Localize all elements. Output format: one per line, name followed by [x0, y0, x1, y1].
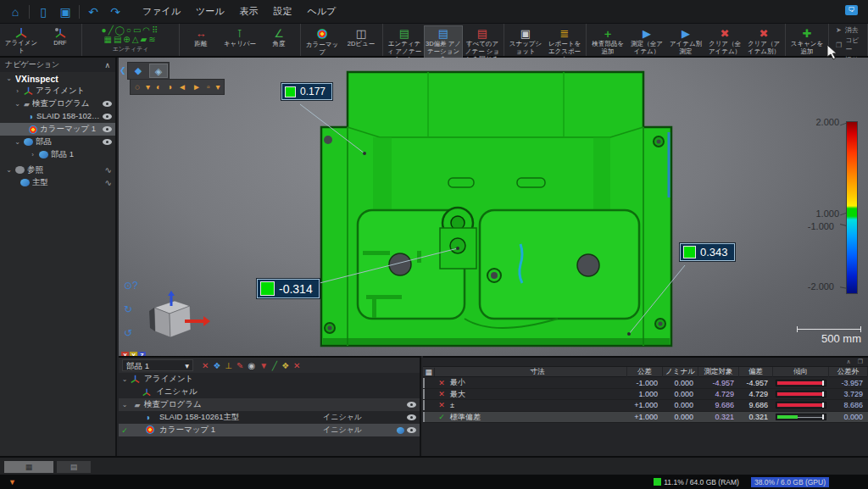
bp-item-colormap[interactable]: ✓ カラーマップ 1 イニシャル: [119, 424, 420, 436]
menu-tools[interactable]: ツール: [196, 5, 225, 18]
col-tolerance[interactable]: 公差: [627, 367, 663, 377]
mouse-help-icon[interactable]: ⊙?: [124, 280, 138, 292]
chevron-right-icon[interactable]: ›: [29, 151, 36, 158]
select-back-button[interactable]: ◄: [176, 81, 188, 93]
layout-list-button[interactable]: ▦: [4, 461, 53, 473]
caliper-button[interactable]: ⊺ キャリパー: [220, 25, 259, 48]
clear-item-button[interactable]: ✖ クリア（アイテム別）: [744, 25, 783, 56]
entity-palette[interactable]: ●╱◯○▭◠⠿ ▦▤⊕△▰≋ エンティティ: [84, 25, 177, 53]
collapse-icon[interactable]: ∧: [104, 61, 110, 69]
redo-icon[interactable]: ↷: [107, 5, 124, 19]
select-through-button[interactable]: ◐: [154, 81, 163, 93]
select-area-button[interactable]: ▫: [205, 81, 212, 93]
view-2d-button[interactable]: ◫ 2Dビュー: [342, 25, 381, 48]
table-row[interactable]: ✕ 最大 1.000 0.000 4.729 4.729 3.729: [423, 389, 868, 401]
wave-icon[interactable]: ∿: [105, 165, 112, 175]
part-selector[interactable]: 部品 1 ▾: [122, 359, 193, 371]
shapes-icon[interactable]: ❖: [281, 361, 289, 370]
distance-button[interactable]: ↔ 距離: [181, 25, 220, 48]
menu-file[interactable]: ファイル: [142, 5, 181, 18]
menu-settings[interactable]: 設定: [274, 5, 292, 18]
remove-icon[interactable]: ✕: [293, 361, 300, 370]
eye-icon[interactable]: [407, 414, 416, 420]
chevron-down-icon[interactable]: ⌄: [14, 138, 21, 146]
select-front-button[interactable]: ►: [191, 81, 203, 93]
eye-icon[interactable]: [103, 126, 112, 132]
filter-icon[interactable]: ▼: [259, 361, 268, 370]
row-checkbox[interactable]: [423, 412, 425, 422]
wave-icon[interactable]: ∿: [105, 178, 112, 187]
layout-grid-button[interactable]: ▤: [57, 461, 91, 473]
deviation-annotation[interactable]: -0.314: [257, 279, 320, 298]
home-icon[interactable]: ⌂: [7, 5, 24, 19]
colormap-button[interactable]: カラーマップ: [303, 25, 342, 57]
erase-button[interactable]: ➤ 消去: [836, 25, 860, 35]
drf-button[interactable]: DRF: [41, 25, 80, 47]
delete-measure-icon[interactable]: ✕: [202, 361, 209, 370]
row-checkbox[interactable]: [423, 389, 425, 399]
nav-item-colormap[interactable]: カラーマップ 1: [0, 123, 115, 136]
nav-item-master[interactable]: 主型 ∿: [0, 176, 115, 189]
new-file-icon[interactable]: ▯: [35, 5, 52, 19]
bp-item-inspection-program[interactable]: ⌄ ▰ 検査プログラム: [119, 398, 420, 411]
mesh-view-button[interactable]: ◈: [149, 64, 168, 78]
bp-item-initial[interactable]: イニシャル: [119, 386, 420, 398]
nav-item-references[interactable]: ⌄ 参照 ∿: [0, 164, 115, 176]
add-inspection-part-button[interactable]: ＋ 検査部品を追加: [588, 25, 627, 56]
eye-icon[interactable]: [103, 114, 112, 119]
scanned-part-model[interactable]: [119, 58, 868, 356]
col-dimension[interactable]: 寸法: [448, 367, 627, 377]
collapse-icon[interactable]: ∧: [847, 358, 851, 365]
table-row[interactable]: ✕ ± +1.000 0.000 9.686 9.686 8.686: [423, 400, 868, 412]
dropdown-icon[interactable]: ▾: [214, 81, 221, 93]
col-deviation[interactable]: 偏差: [739, 367, 773, 377]
entities-icon[interactable]: ❖: [213, 361, 220, 370]
viewport-3d[interactable]: ❮ ◆ ◈ ◌ ▾ ◐ ◑ ◄ ► ▫ ▾ 0.177 -0.314 0.343: [119, 58, 868, 356]
notification-icon[interactable]: 🗨: [845, 5, 858, 15]
alignment-tool-icon[interactable]: ⊥: [225, 361, 232, 370]
download-icon[interactable]: ▼: [8, 478, 16, 486]
table-row[interactable]: ✕ 最小 -1.000 0.000 -4.957 -4.957 -3.957: [423, 377, 868, 389]
save-icon[interactable]: ▣: [57, 5, 74, 19]
deviation-annotation[interactable]: 0.343: [680, 243, 735, 261]
alignment-button[interactable]: アライメント: [2, 25, 41, 55]
col-out-of-tolerance[interactable]: 公差外: [829, 367, 868, 377]
chevron-down-icon[interactable]: ⌄: [119, 375, 131, 383]
row-checkbox[interactable]: [423, 378, 425, 388]
eye-icon[interactable]: [103, 101, 112, 107]
col-nominal[interactable]: ノミナル: [663, 367, 698, 377]
eye-icon[interactable]: [103, 139, 112, 145]
table-row[interactable]: ✓ 標準偏差 +1.000 0.000 0.321 0.321 0.000: [423, 412, 868, 424]
entity-shapes-row1[interactable]: ●╱◯○▭◠⠿: [102, 25, 160, 35]
chevron-down-icon[interactable]: ⌄: [5, 166, 13, 174]
menu-view[interactable]: 表示: [240, 5, 259, 18]
add-scan-button[interactable]: ✚ スキャンを追加: [787, 25, 826, 56]
nav-item-part-1[interactable]: › 部品 1: [0, 148, 115, 161]
measure-item-button[interactable]: ▶ アイテム別測定: [666, 25, 705, 56]
measure-all-button[interactable]: ▶ 測定（全アイテム）: [627, 25, 666, 56]
nav-item-slaid[interactable]: ◗ SLAID 158-10261主型: [0, 110, 115, 123]
pen-icon[interactable]: ╱: [272, 361, 277, 370]
chevron-down-icon[interactable]: ⌄: [119, 401, 131, 408]
copy-button[interactable]: ❐ コピー: [836, 36, 860, 54]
snapshot-button[interactable]: ▣ スナップショット: [506, 25, 545, 56]
deviation-annotation[interactable]: 0.177: [281, 83, 332, 100]
dropdown-icon[interactable]: ▾: [144, 81, 152, 93]
brush-icon[interactable]: ✎: [236, 361, 243, 370]
chevron-down-icon[interactable]: ⌄: [5, 75, 13, 82]
menu-help[interactable]: ヘルプ: [308, 5, 337, 18]
lasso-select-button[interactable]: ◌: [133, 81, 142, 93]
chevron-right-icon[interactable]: ›: [14, 87, 21, 95]
select-visible-button[interactable]: ◑: [165, 81, 174, 93]
panel-collapse-icon[interactable]: ❮: [120, 66, 126, 75]
undo-icon[interactable]: ↶: [85, 5, 102, 19]
nav-item-alignment[interactable]: › アライメント: [0, 85, 115, 97]
row-checkbox[interactable]: [423, 400, 425, 410]
chevron-down-icon[interactable]: ⌄: [14, 100, 21, 108]
export-icon[interactable]: ❐: [858, 358, 863, 365]
col-trend[interactable]: 傾向: [773, 367, 829, 377]
orientation-cube[interactable]: [134, 291, 210, 350]
eye-icon[interactable]: [407, 402, 416, 408]
bp-item-slaid[interactable]: ◗ SLAID 158-10261主型 イニシャル: [119, 411, 420, 424]
bp-item-alignment[interactable]: ⌄ アライメント: [119, 373, 420, 386]
